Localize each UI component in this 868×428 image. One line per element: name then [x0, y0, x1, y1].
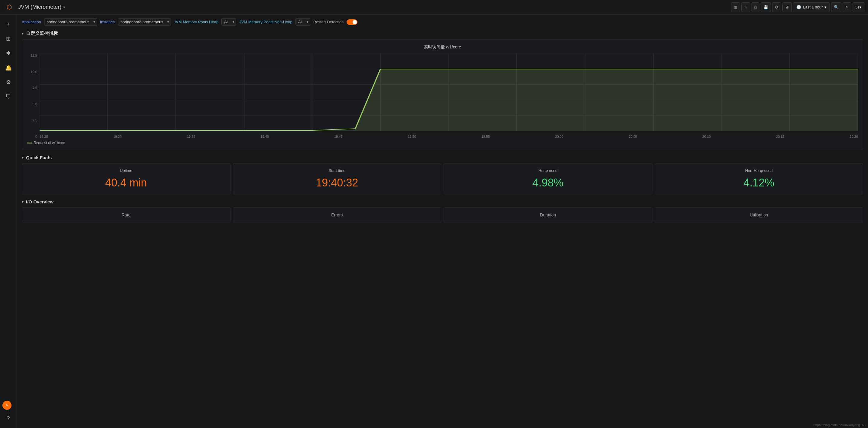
start-time-card: Start time 19:40:32 — [233, 163, 441, 194]
instance-label: Instance — [100, 20, 115, 24]
legend-label: Request of /v1/core — [34, 141, 65, 145]
heap-used-card: Heap used 4.98% — [444, 163, 652, 194]
non-heap-used-label: Non-Heap used — [660, 168, 858, 173]
sidebar-item-shield[interactable]: ⛉ — [2, 91, 14, 103]
duration-label: Duration — [449, 212, 647, 217]
compass-icon: ✱ — [6, 50, 10, 57]
heap-used-label: Heap used — [449, 168, 647, 173]
search-button[interactable]: 🔍 — [831, 2, 841, 12]
instance-select[interactable]: springboot2-prometheus — [118, 18, 171, 26]
custom-metrics-chart-panel: 实时访问量 /v1/core 12.5 10.0 7.5 5.0 2.5 0 — [22, 39, 863, 150]
time-chevron-icon: ▾ — [825, 5, 827, 9]
heap-used-value: 4.98% — [449, 176, 647, 189]
bell-icon: 🔔 — [5, 64, 12, 71]
star-button[interactable]: ☆ — [741, 2, 750, 12]
interval-button[interactable]: 5s ▾ — [852, 2, 864, 12]
shield-icon: ⛉ — [6, 94, 11, 100]
collapse-icon: ▾ — [22, 31, 24, 36]
svg-text:⬡: ⬡ — [7, 4, 12, 10]
share-button[interactable]: ⎙ — [751, 2, 760, 12]
interval-label: 5s — [855, 5, 860, 9]
io-overview-collapse-icon: ▾ — [22, 200, 24, 204]
quick-facts-title: Quick Facts — [26, 155, 52, 160]
utilisation-card: Utilisation — [655, 207, 864, 223]
sidebar-item-explore[interactable]: ✱ — [2, 47, 14, 59]
quick-facts-section: ▾ Quick Facts Uptime 40.4 min Start time… — [22, 155, 863, 194]
sidebar-item-settings[interactable]: ⚙ — [2, 76, 14, 88]
sidebar-item-plus[interactable]: + — [2, 18, 14, 30]
gear-icon: ⚙ — [6, 79, 11, 86]
custom-metrics-header[interactable]: ▾ 自定义监控指标 — [22, 31, 863, 36]
application-label: Application — [22, 20, 41, 24]
quick-facts-collapse-icon: ▾ — [22, 155, 24, 160]
chart-area: 12.5 10.0 7.5 5.0 2.5 0 — [27, 54, 858, 138]
navbar-actions: ▦ ☆ ⎙ 💾 ⚙ 🖥 🕐 Last 1 hour ▾ 🔍 ↻ 5s — [731, 2, 864, 12]
io-overview-header[interactable]: ▾ I/O Overview — [22, 199, 863, 204]
custom-metrics-section: ▾ 自定义监控指标 实时访问量 /v1/core 12.5 10.0 7.5 5… — [22, 31, 863, 150]
start-time-label: Start time — [238, 168, 436, 173]
rate-label: Rate — [27, 212, 225, 217]
settings-icon: ⚙ — [775, 5, 778, 9]
heap-select-wrap[interactable]: All — [221, 18, 236, 26]
chart-title: 实时访问量 /v1/core — [27, 45, 858, 50]
uptime-label: Uptime — [27, 168, 225, 173]
time-picker[interactable]: 🕐 Last 1 hour ▾ — [793, 2, 830, 12]
sidebar: + ⊞ ✱ 🔔 ⚙ ⛉ A ? — [0, 15, 17, 231]
heap-label: JVM Memory Pools Heap — [174, 20, 218, 24]
title-chevron[interactable]: ▾ — [63, 5, 65, 9]
main-content: Application springboot2-prometheus Insta… — [17, 15, 868, 231]
non-heap-select-wrap[interactable]: All — [296, 18, 310, 26]
quick-facts-header[interactable]: ▾ Quick Facts — [22, 155, 863, 160]
non-heap-select[interactable]: All — [296, 18, 310, 26]
custom-metrics-title: 自定义监控指标 — [26, 31, 58, 36]
non-heap-label: JVM Memory Pools Non-Heap — [239, 20, 292, 24]
application-select-wrap[interactable]: springboot2-prometheus — [44, 18, 97, 26]
bar-chart-icon: ▦ — [734, 5, 737, 9]
duration-card: Duration — [444, 207, 652, 223]
non-heap-used-card: Non-Heap used 4.12% — [655, 163, 864, 194]
chart-inner — [40, 54, 858, 131]
clock-icon: 🕐 — [796, 5, 801, 9]
star-icon: ☆ — [744, 5, 748, 9]
tv-icon: 🖥 — [785, 5, 789, 9]
errors-card: Errors — [233, 207, 441, 223]
io-overview-section: ▾ I/O Overview Rate Errors Duration Util… — [22, 199, 863, 223]
io-grid: Rate Errors Duration Utilisation — [22, 207, 863, 223]
uptime-card: Uptime 40.4 min — [22, 163, 230, 194]
share-icon: ⎙ — [754, 5, 757, 9]
restart-label: Restart Detection — [313, 20, 344, 24]
save-button[interactable]: 💾 — [761, 2, 771, 12]
errors-label: Errors — [238, 212, 436, 217]
quick-facts-grid: Uptime 40.4 min Start time 19:40:32 Heap… — [22, 163, 863, 194]
start-time-value: 19:40:32 — [238, 176, 436, 189]
search-icon: 🔍 — [834, 5, 839, 9]
restart-toggle[interactable] — [347, 19, 358, 25]
legend-color — [27, 143, 32, 143]
heap-select[interactable]: All — [221, 18, 236, 26]
refresh-button[interactable]: ↻ — [843, 2, 851, 12]
sidebar-item-dashboards[interactable]: ⊞ — [2, 33, 14, 45]
rate-card: Rate — [22, 207, 230, 223]
time-label: Last 1 hour — [803, 5, 823, 9]
bar-chart-button[interactable]: ▦ — [731, 2, 740, 12]
application-select[interactable]: springboot2-prometheus — [44, 18, 97, 26]
y-axis-labels: 12.5 10.0 7.5 5.0 2.5 0 — [27, 54, 38, 138]
dashboard-title: JVM (Micrometer) ▾ — [18, 4, 65, 10]
plus-icon: + — [7, 21, 10, 28]
interval-chevron-icon: ▾ — [860, 5, 862, 9]
filter-bar: Application springboot2-prometheus Insta… — [22, 18, 863, 26]
chart-svg — [40, 54, 858, 131]
io-overview-title: I/O Overview — [26, 199, 54, 204]
dashboard-icon: ⊞ — [6, 35, 10, 42]
refresh-icon: ↻ — [845, 5, 849, 9]
grafana-logo: ⬡ — [4, 2, 14, 13]
navbar: ⬡ JVM (Micrometer) ▾ ▦ ☆ ⎙ 💾 ⚙ 🖥 🕐 Last … — [0, 0, 868, 15]
utilisation-label: Utilisation — [660, 212, 858, 217]
instance-select-wrap[interactable]: springboot2-prometheus — [118, 18, 171, 26]
non-heap-used-value: 4.12% — [660, 176, 858, 189]
uptime-value: 40.4 min — [27, 176, 225, 189]
settings-button[interactable]: ⚙ — [772, 2, 781, 12]
sidebar-item-alerts[interactable]: 🔔 — [2, 62, 14, 74]
chart-legend: Request of /v1/core — [27, 141, 858, 145]
tv-button[interactable]: 🖥 — [782, 2, 792, 12]
